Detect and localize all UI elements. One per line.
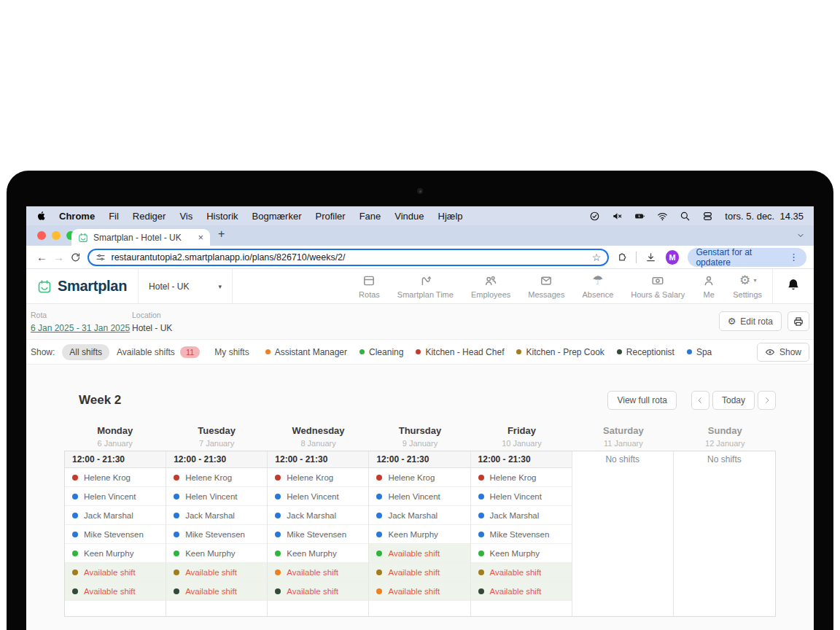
site-settings-icon[interactable] bbox=[96, 252, 106, 262]
url-text[interactable]: restaurantutopia2.smartplanapp.io/plans/… bbox=[112, 252, 586, 262]
nav-item-hours-salary[interactable]: Hours & Salary bbox=[631, 274, 685, 299]
filter-my-shifts[interactable]: My shifts bbox=[214, 347, 249, 357]
available-shift-cell[interactable]: Available shift bbox=[65, 563, 166, 582]
available-shift-cell[interactable]: Available shift bbox=[166, 563, 267, 582]
legend-kitchen-head-chef[interactable]: Kitchen - Head Chef bbox=[416, 347, 504, 357]
nav-item-rotas[interactable]: Rotas bbox=[359, 274, 380, 299]
nav-item-employees[interactable]: Employees bbox=[471, 274, 510, 299]
nav-item-me[interactable]: Me bbox=[702, 274, 715, 299]
wifi-icon[interactable] bbox=[657, 211, 668, 222]
shift-cell[interactable]: Keen Murphy bbox=[471, 544, 572, 563]
nav-item-messages[interactable]: Messages bbox=[528, 274, 564, 299]
tab-search-chevron-icon[interactable] bbox=[796, 231, 805, 240]
reload-icon[interactable] bbox=[70, 252, 81, 263]
shift-time-header[interactable]: 12:00 - 21:30 bbox=[65, 451, 166, 468]
shift-cell[interactable]: Helene Krog bbox=[166, 468, 267, 487]
available-shift-cell[interactable]: Available shift bbox=[369, 544, 470, 563]
menu-item-fil[interactable]: Fil bbox=[109, 211, 119, 222]
legend-kitchen-prep-cook[interactable]: Kitchen - Prep Cook bbox=[516, 347, 604, 357]
show-button[interactable]: Show bbox=[757, 343, 809, 362]
shift-cell[interactable]: Helen Vincent bbox=[471, 487, 572, 506]
menu-item-rediger[interactable]: Rediger bbox=[133, 211, 166, 222]
shift-cell[interactable]: Helene Krog bbox=[471, 468, 572, 487]
shift-time-header[interactable]: 12:00 - 21:30 bbox=[268, 451, 368, 468]
legend-cleaning[interactable]: Cleaning bbox=[359, 347, 403, 357]
shift-cell[interactable]: Mike Stevensen bbox=[471, 525, 572, 544]
shift-cell[interactable]: Mike Stevensen bbox=[166, 525, 267, 544]
extensions-icon[interactable] bbox=[616, 252, 627, 263]
shift-cell[interactable]: Jack Marshal bbox=[268, 506, 368, 525]
profile-avatar[interactable]: M bbox=[666, 250, 680, 265]
available-shift-cell[interactable]: Available shift bbox=[65, 582, 166, 601]
nav-item-absence[interactable]: ☂Absence bbox=[582, 274, 613, 299]
available-shift-cell[interactable]: Available shift bbox=[166, 582, 267, 601]
shift-cell[interactable]: Jack Marshal bbox=[471, 506, 572, 525]
available-shift-cell[interactable]: Available shift bbox=[471, 563, 572, 582]
legend-assistant-manager[interactable]: Assistant Manager bbox=[265, 347, 347, 357]
shift-cell[interactable]: Mike Stevensen bbox=[65, 525, 166, 544]
control-center-icon[interactable] bbox=[702, 211, 713, 222]
rota-date-range-link[interactable]: 6 Jan 2025 - 31 Jan 2025 bbox=[31, 323, 130, 333]
shift-cell[interactable]: Jack Marshal bbox=[369, 506, 470, 525]
shift-cell[interactable]: Keen Murphy bbox=[369, 525, 470, 544]
available-shift-cell[interactable]: Available shift bbox=[471, 582, 572, 601]
shift-cell[interactable]: Jack Marshal bbox=[65, 506, 166, 525]
print-button[interactable] bbox=[788, 311, 809, 331]
shift-cell[interactable]: Keen Murphy bbox=[65, 544, 166, 563]
tab-close-icon[interactable]: × bbox=[198, 233, 203, 242]
notifications-button[interactable] bbox=[773, 278, 814, 295]
nav-item-smartplan-time[interactable]: Smartplan Time bbox=[397, 274, 454, 299]
menu-item-profiler[interactable]: Profiler bbox=[315, 211, 345, 222]
omnibox[interactable]: restaurantutopia2.smartplanapp.io/plans/… bbox=[88, 249, 610, 266]
window-minimize-button[interactable] bbox=[52, 231, 61, 240]
shift-time-header[interactable]: 12:00 - 21:30 bbox=[369, 451, 470, 468]
shift-cell[interactable]: Helen Vincent bbox=[268, 487, 368, 506]
focus-icon[interactable] bbox=[589, 211, 600, 222]
shift-cell[interactable]: Helene Krog bbox=[268, 468, 368, 487]
search-icon[interactable] bbox=[680, 211, 691, 222]
menu-item-vis[interactable]: Vis bbox=[179, 211, 192, 222]
menu-item-bogmærker[interactable]: Bogmærker bbox=[252, 211, 302, 222]
shift-cell[interactable]: Keen Murphy bbox=[166, 544, 267, 563]
shift-cell[interactable]: Helene Krog bbox=[369, 468, 470, 487]
edit-rota-button[interactable]: ⚙ Edit rota bbox=[719, 311, 782, 331]
shift-cell[interactable]: Helene Krog bbox=[65, 468, 166, 487]
available-shift-cell[interactable]: Available shift bbox=[369, 582, 470, 601]
browser-tab[interactable]: Smartplan - Hotel - UK × bbox=[71, 229, 210, 246]
view-full-rota-button[interactable]: View full rota bbox=[607, 391, 676, 410]
menu-item-hjælp[interactable]: Hjælp bbox=[438, 211, 463, 222]
menu-bar-clock[interactable]: tors. 5. dec. 14.35 bbox=[725, 211, 804, 222]
forward-icon[interactable]: → bbox=[50, 251, 67, 263]
shift-cell[interactable]: Helen Vincent bbox=[166, 487, 267, 506]
apple-menu-icon[interactable] bbox=[36, 211, 47, 221]
location-selector[interactable]: Hotel - UK ▾ bbox=[138, 269, 233, 303]
shift-time-header[interactable]: 12:00 - 21:30 bbox=[471, 451, 572, 468]
nav-item-settings[interactable]: ⚙▾Settings bbox=[733, 274, 762, 299]
shift-time-header[interactable]: 12:00 - 21:30 bbox=[166, 451, 267, 468]
back-icon[interactable]: ← bbox=[34, 251, 50, 263]
shift-cell[interactable]: Helen Vincent bbox=[65, 487, 166, 506]
shift-cell[interactable]: Jack Marshal bbox=[166, 506, 267, 525]
smartplan-logo[interactable]: Smartplan bbox=[26, 278, 138, 295]
shift-cell[interactable]: Helen Vincent bbox=[369, 487, 470, 506]
available-shift-cell[interactable]: Available shift bbox=[268, 563, 368, 582]
window-close-button[interactable] bbox=[37, 231, 46, 240]
menu-item-fane[interactable]: Fane bbox=[359, 211, 381, 222]
bookmark-star-icon[interactable]: ☆ bbox=[592, 252, 602, 262]
previous-week-button[interactable] bbox=[691, 391, 709, 410]
legend-spa[interactable]: Spa bbox=[687, 347, 712, 357]
menu-item-vindue[interactable]: Vindue bbox=[394, 211, 424, 222]
filter-available-shifts[interactable]: Available shifts 11 bbox=[117, 346, 200, 358]
available-shift-cell[interactable]: Available shift bbox=[369, 563, 470, 582]
menu-item-historik[interactable]: Historik bbox=[206, 211, 238, 222]
download-icon[interactable] bbox=[645, 252, 656, 263]
restart-to-update-button[interactable]: Genstart for at opdatere ⋮ bbox=[688, 248, 806, 267]
available-shift-cell[interactable]: Available shift bbox=[268, 582, 368, 601]
mute-icon[interactable] bbox=[612, 211, 623, 222]
menu-item-chrome[interactable]: Chrome bbox=[59, 211, 95, 222]
legend-receptionist[interactable]: Receptionist bbox=[617, 347, 674, 357]
shift-cell[interactable]: Mike Stevensen bbox=[268, 525, 368, 544]
browser-menu-kebab-icon[interactable]: ⋮ bbox=[789, 252, 798, 262]
filter-all-shifts[interactable]: All shifts bbox=[62, 344, 109, 360]
new-tab-button[interactable]: + bbox=[218, 228, 225, 241]
